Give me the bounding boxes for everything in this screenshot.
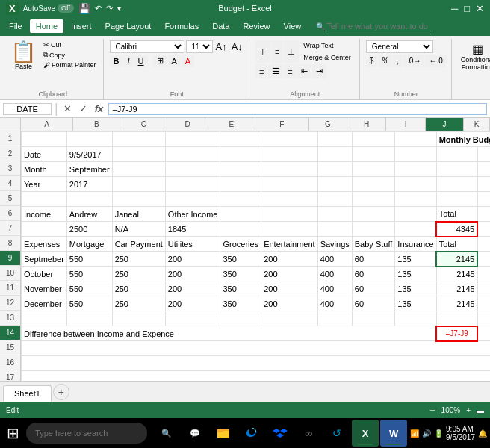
- cell-g11[interactable]: 400: [317, 281, 352, 296]
- menu-review[interactable]: Review: [237, 19, 276, 33]
- row-13[interactable]: 13: [0, 311, 20, 326]
- cell-h1[interactable]: [352, 132, 395, 147]
- percent-button[interactable]: %: [378, 55, 392, 67]
- cell-j14[interactable]: =J7-J9: [436, 326, 477, 341]
- cell-k13[interactable]: [477, 311, 490, 326]
- cell-d8[interactable]: Utilites: [165, 237, 220, 252]
- cell-a8[interactable]: Expenses: [22, 237, 67, 252]
- redo-icon[interactable]: ↷: [106, 4, 113, 13]
- cell-d5[interactable]: [165, 192, 220, 207]
- cell-k4[interactable]: [477, 177, 490, 192]
- cell-h9[interactable]: 60: [352, 252, 395, 267]
- taskbar-loop-button[interactable]: ↺: [323, 420, 350, 447]
- cell-a13[interactable]: [22, 311, 67, 326]
- cell-h13[interactable]: [352, 311, 395, 326]
- col-header-d[interactable]: D: [167, 118, 208, 131]
- cell-b7[interactable]: 2500: [66, 222, 112, 237]
- menu-view[interactable]: View: [278, 19, 308, 33]
- cell-i6[interactable]: [395, 207, 436, 222]
- decrease-decimal-button[interactable]: ←.0: [425, 55, 446, 67]
- cell-i1[interactable]: [395, 132, 436, 147]
- cell-h12[interactable]: 60: [352, 296, 395, 311]
- cell-b6[interactable]: Andrew: [66, 207, 112, 222]
- cell-b11[interactable]: 550: [66, 281, 112, 296]
- cell-f2[interactable]: [261, 147, 317, 162]
- taskbar-excel-button[interactable]: X: [352, 420, 379, 447]
- cell-g7[interactable]: [317, 222, 352, 237]
- menu-data[interactable]: Data: [206, 19, 235, 33]
- row-16[interactable]: 16: [0, 355, 20, 370]
- cell-h10[interactable]: 60: [352, 267, 395, 281]
- cell-b8[interactable]: Mortgage: [66, 237, 112, 252]
- cell-g13[interactable]: [317, 311, 352, 326]
- close-button[interactable]: ✕: [476, 3, 484, 14]
- menu-formulas[interactable]: Formulas: [158, 19, 205, 33]
- cell-f3[interactable]: [261, 162, 317, 177]
- cell-e3[interactable]: [220, 162, 261, 177]
- cell-c6[interactable]: Janeal: [112, 207, 165, 222]
- taskbar-search-input[interactable]: [26, 423, 147, 444]
- cell-j12[interactable]: 2145: [436, 296, 477, 311]
- cell-h4[interactable]: [352, 177, 395, 192]
- cell-a5[interactable]: [22, 192, 67, 207]
- align-top-button[interactable]: ⊤: [255, 40, 270, 63]
- increase-decimal-button[interactable]: .0→: [403, 55, 424, 67]
- format-painter-button[interactable]: 🖌 Format Painter: [41, 60, 99, 69]
- cell-e9[interactable]: 350: [220, 252, 261, 267]
- cell-i3[interactable]: [395, 162, 436, 177]
- row-9[interactable]: 9: [0, 251, 20, 266]
- zoom-slider[interactable]: ▬: [477, 406, 484, 414]
- cell-c1[interactable]: [112, 132, 165, 147]
- cell-f13[interactable]: [261, 311, 317, 326]
- taskbar-search-button[interactable]: 🔍: [153, 420, 180, 447]
- cell-b5[interactable]: [66, 192, 112, 207]
- cell-d10[interactable]: 200: [165, 267, 220, 281]
- cell-c13[interactable]: [112, 311, 165, 326]
- comma-button[interactable]: ,: [393, 55, 403, 67]
- col-header-j[interactable]: J: [426, 118, 464, 131]
- cell-j11[interactable]: 2145: [436, 281, 477, 296]
- cell-i7[interactable]: [395, 222, 436, 237]
- align-center-button[interactable]: ☰: [268, 64, 283, 78]
- cell-e6[interactable]: [220, 207, 261, 222]
- menu-insert[interactable]: Insert: [65, 19, 98, 33]
- cell-i2[interactable]: [395, 147, 436, 162]
- cell-e11[interactable]: 350: [220, 281, 261, 296]
- increase-font-icon[interactable]: A↑: [214, 41, 229, 52]
- row-14[interactable]: 14: [0, 326, 20, 340]
- font-size-select[interactable]: 11: [186, 40, 213, 53]
- font-color-button[interactable]: A: [182, 55, 194, 67]
- row-12[interactable]: 12: [0, 296, 20, 311]
- cell-g10[interactable]: 400: [317, 267, 352, 281]
- cell-j5[interactable]: [436, 192, 477, 207]
- insert-function-icon[interactable]: fx: [93, 103, 106, 114]
- cell-k12[interactable]: [477, 296, 490, 311]
- cell-f6[interactable]: [261, 207, 317, 222]
- cell-f8[interactable]: Entertainment: [261, 237, 317, 252]
- cell-f4[interactable]: [261, 177, 317, 192]
- cell-e4[interactable]: [220, 177, 261, 192]
- cell-g12[interactable]: 400: [317, 296, 352, 311]
- font-name-select[interactable]: Calibri: [110, 40, 184, 53]
- cell-i4[interactable]: [395, 177, 436, 192]
- customize-icon[interactable]: ▾: [117, 4, 121, 13]
- row-2[interactable]: 2: [0, 146, 20, 161]
- cell-a14[interactable]: Difference between Income and Expence: [22, 326, 437, 341]
- cell-d7[interactable]: 1845: [165, 222, 220, 237]
- save-icon[interactable]: 💾: [78, 3, 90, 14]
- cell-b12[interactable]: 550: [66, 296, 112, 311]
- cell-k14[interactable]: [477, 326, 490, 341]
- merge-center-button[interactable]: Merge & Center: [300, 52, 355, 63]
- cell-d11[interactable]: 200: [165, 281, 220, 296]
- cell-d1[interactable]: [165, 132, 220, 147]
- cell-b9[interactable]: 550: [66, 252, 112, 267]
- cell-d4[interactable]: [165, 177, 220, 192]
- cell-k9[interactable]: [477, 252, 490, 267]
- cell-k2[interactable]: [477, 147, 490, 162]
- minimize-button[interactable]: ─: [451, 3, 458, 14]
- new-sheet-button[interactable]: +: [53, 384, 69, 400]
- start-button[interactable]: ⊞: [3, 420, 23, 447]
- cell-h8[interactable]: Baby Stuff: [352, 237, 395, 252]
- col-header-b[interactable]: B: [73, 118, 120, 131]
- cell-c4[interactable]: [112, 177, 165, 192]
